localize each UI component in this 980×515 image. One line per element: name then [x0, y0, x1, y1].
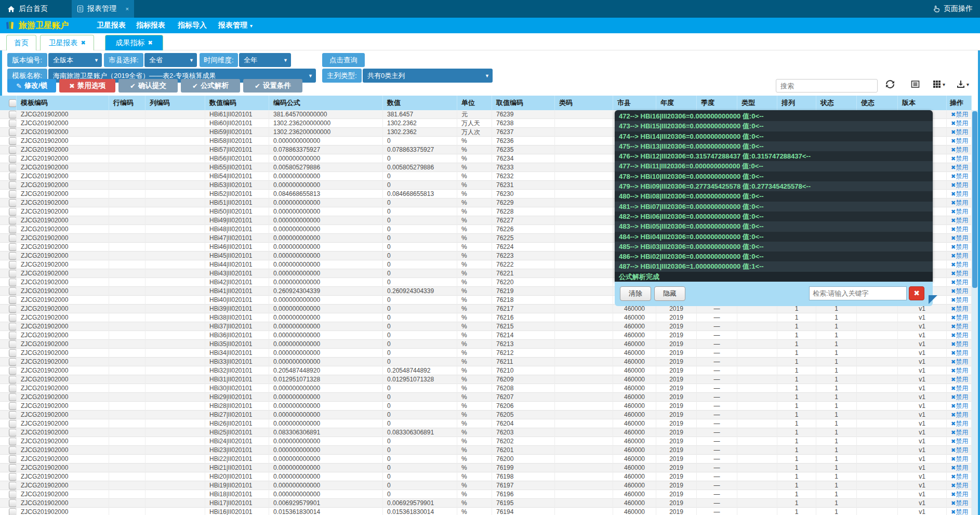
toggle-view-button[interactable]	[911, 80, 920, 88]
disable-action-link[interactable]: ✖禁用	[951, 508, 968, 515]
row-checkbox[interactable]	[9, 508, 17, 515]
query-button[interactable]: 点击查询	[322, 53, 365, 67]
vertical-scrollbar[interactable]	[972, 110, 978, 515]
select-all-checkbox[interactable]	[9, 99, 17, 107]
disable-action-link[interactable]: ✖禁用	[951, 499, 968, 507]
disable-action-link[interactable]: ✖禁用	[951, 155, 968, 162]
disable-action-link[interactable]: ✖禁用	[951, 349, 968, 356]
row-checkbox[interactable]	[9, 173, 17, 180]
confirm-submit-button[interactable]: ✔确认提交	[118, 79, 178, 93]
row-checkbox[interactable]	[9, 499, 17, 507]
columns-button[interactable]: ▾	[933, 80, 945, 88]
tab-close-icon[interactable]: ✖	[81, 39, 85, 46]
row-checkbox[interactable]	[9, 261, 17, 269]
disable-action-link[interactable]: ✖禁用	[951, 446, 968, 454]
disable-action-link[interactable]: ✖禁用	[951, 190, 968, 197]
disable-action-link[interactable]: ✖禁用	[951, 208, 968, 215]
row-checkbox[interactable]	[9, 323, 17, 331]
disable-action-link[interactable]: ✖禁用	[951, 199, 968, 206]
disable-action-link[interactable]: ✖禁用	[951, 305, 968, 312]
row-checkbox[interactable]	[9, 208, 17, 216]
row-checkbox[interactable]	[9, 482, 17, 490]
disable-action-link[interactable]: ✖禁用	[951, 164, 968, 171]
disable-action-link[interactable]: ✖禁用	[951, 296, 968, 303]
window-tab-close-icon[interactable]: ×	[126, 6, 129, 12]
row-checkbox[interactable]	[9, 349, 17, 357]
disable-action-link[interactable]: ✖禁用	[951, 429, 968, 436]
row-checkbox[interactable]	[9, 429, 17, 437]
disable-action-link[interactable]: ✖禁用	[951, 181, 968, 189]
row-checkbox[interactable]	[9, 155, 17, 163]
disable-action-link[interactable]: ✖禁用	[951, 358, 968, 365]
menu-item-satellite-report[interactable]: 卫星报表	[97, 18, 126, 33]
disable-action-link[interactable]: ✖禁用	[951, 287, 968, 295]
disable-action-link[interactable]: ✖禁用	[951, 323, 968, 330]
row-checkbox[interactable]	[9, 164, 17, 171]
row-checkbox[interactable]	[9, 305, 17, 313]
tab-close-icon[interactable]: ✖	[148, 39, 152, 46]
row-checkbox[interactable]	[9, 128, 17, 136]
row-checkbox[interactable]	[9, 446, 17, 454]
row-checkbox[interactable]	[9, 137, 17, 145]
disable-action-link[interactable]: ✖禁用	[951, 111, 968, 118]
scrollbar-thumb[interactable]	[972, 111, 977, 288]
row-checkbox[interactable]	[9, 464, 17, 472]
row-checkbox[interactable]	[9, 367, 17, 375]
disable-action-link[interactable]: ✖禁用	[951, 173, 968, 180]
select-all-cell[interactable]	[0, 96, 17, 110]
disable-action-link[interactable]: ✖禁用	[951, 402, 968, 410]
row-checkbox[interactable]	[9, 217, 17, 225]
disable-action-link[interactable]: ✖禁用	[951, 279, 968, 286]
disable-action-link[interactable]: ✖禁用	[951, 376, 968, 383]
disable-action-link[interactable]: ✖禁用	[951, 234, 968, 242]
time-select[interactable]: 全年▼	[239, 53, 291, 67]
row-checkbox[interactable]	[9, 332, 17, 339]
console-search-input[interactable]	[809, 286, 907, 300]
disable-action-link[interactable]: ✖禁用	[951, 261, 968, 268]
disable-action-link[interactable]: ✖禁用	[951, 314, 968, 321]
row-checkbox[interactable]	[9, 287, 17, 295]
row-checkbox[interactable]	[9, 270, 17, 278]
tab-result-indicator[interactable]: 成果指标✖	[105, 35, 163, 50]
row-checkbox[interactable]	[9, 420, 17, 428]
row-checkbox[interactable]	[9, 314, 17, 322]
disable-action-link[interactable]: ✖禁用	[951, 385, 968, 392]
row-checkbox[interactable]	[9, 146, 17, 154]
row-checkbox[interactable]	[9, 190, 17, 198]
row-checkbox[interactable]	[9, 120, 17, 127]
disable-action-link[interactable]: ✖禁用	[951, 455, 968, 463]
disable-action-link[interactable]: ✖禁用	[951, 420, 968, 427]
row-checkbox[interactable]	[9, 181, 17, 189]
disable-action-link[interactable]: ✖禁用	[951, 367, 968, 374]
row-checkbox[interactable]	[9, 296, 17, 304]
disable-action-link[interactable]: ✖禁用	[951, 252, 968, 259]
city-select[interactable]: 全省▼	[144, 53, 197, 67]
row-checkbox[interactable]	[9, 358, 17, 366]
console-clear-button[interactable]: 清除	[620, 286, 651, 301]
disable-action-link[interactable]: ✖禁用	[951, 217, 968, 224]
menu-item-report-management[interactable]: 报表管理▾	[218, 18, 253, 33]
disable-action-link[interactable]: ✖禁用	[951, 438, 968, 445]
disable-options-button[interactable]: ✖禁用选项	[59, 79, 115, 93]
disable-action-link[interactable]: ✖禁用	[951, 146, 968, 153]
row-checkbox[interactable]	[9, 402, 17, 410]
menu-item-indicator-import[interactable]: 指标导入	[178, 18, 207, 33]
formula-parse-button[interactable]: ✔公式解析	[181, 79, 240, 93]
disable-action-link[interactable]: ✖禁用	[951, 491, 968, 498]
disable-action-link[interactable]: ✖禁用	[951, 464, 968, 471]
row-checkbox[interactable]	[9, 340, 17, 348]
row-checkbox[interactable]	[9, 438, 17, 445]
column-type-select[interactable]: 共有0类主列▼	[363, 69, 493, 83]
backend-home-link[interactable]: 后台首页	[7, 0, 48, 18]
window-tab-report-management[interactable]: 报表管理 ×	[72, 0, 134, 18]
tab-home[interactable]: 首页	[6, 35, 36, 50]
disable-action-link[interactable]: ✖禁用	[951, 393, 968, 401]
console-close-button[interactable]: ✖	[909, 286, 924, 300]
disable-action-link[interactable]: ✖禁用	[951, 270, 968, 277]
console-hide-button[interactable]: 隐藏	[654, 286, 685, 301]
disable-action-link[interactable]: ✖禁用	[951, 243, 968, 250]
disable-action-link[interactable]: ✖禁用	[951, 473, 968, 480]
set-condition-button[interactable]: ✔设置条件	[243, 79, 302, 93]
version-select[interactable]: 全版本▼	[48, 53, 102, 67]
row-checkbox[interactable]	[9, 199, 17, 207]
